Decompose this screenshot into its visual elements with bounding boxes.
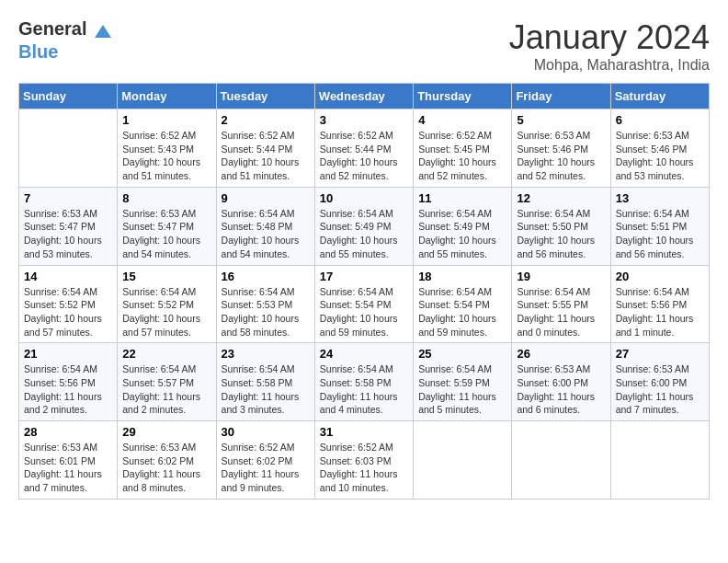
day-info: Sunrise: 6:54 AMSunset: 5:59 PMDaylight:… (418, 362, 506, 417)
day-info: Sunrise: 6:54 AMSunset: 5:58 PMDaylight:… (320, 362, 408, 417)
calendar-cell: 18Sunrise: 6:54 AMSunset: 5:54 PMDayligh… (414, 265, 512, 343)
calendar-cell (19, 109, 118, 188)
calendar-cell: 21Sunrise: 6:54 AMSunset: 5:56 PMDayligh… (19, 343, 118, 421)
day-info: Sunrise: 6:54 AMSunset: 5:52 PMDaylight:… (24, 285, 112, 339)
day-number: 20 (616, 270, 704, 283)
calendar-cell: 5Sunrise: 6:53 AMSunset: 5:46 PMDaylight… (512, 109, 610, 188)
day-number: 1 (122, 113, 210, 127)
day-number: 8 (122, 191, 210, 205)
calendar-cell: 15Sunrise: 6:54 AMSunset: 5:52 PMDayligh… (118, 265, 216, 343)
calendar-cell (512, 421, 610, 500)
day-number: 11 (418, 191, 506, 205)
day-number: 13 (616, 191, 704, 205)
day-info: Sunrise: 6:54 AMSunset: 5:48 PMDaylight:… (222, 207, 310, 261)
day-info: Sunrise: 6:53 AMSunset: 6:02 PMDaylight:… (122, 441, 210, 495)
day-number: 5 (517, 113, 605, 127)
logo-text: General (18, 18, 113, 41)
day-number: 30 (222, 425, 310, 439)
day-info: Sunrise: 6:54 AMSunset: 5:52 PMDaylight:… (122, 285, 210, 339)
day-info: Sunrise: 6:54 AMSunset: 5:50 PMDaylight:… (517, 207, 605, 261)
day-info: Sunrise: 6:52 AMSunset: 6:02 PMDaylight:… (222, 441, 310, 495)
logo-icon (93, 21, 113, 41)
day-number: 28 (24, 425, 112, 439)
header-thursday: Thursday (414, 84, 512, 109)
header-saturday: Saturday (610, 84, 709, 109)
day-number: 29 (122, 425, 210, 439)
location-subtitle: Mohpa, Maharashtra, India (509, 57, 710, 74)
day-number: 17 (320, 270, 408, 283)
day-info: Sunrise: 6:54 AMSunset: 5:54 PMDaylight:… (418, 285, 506, 339)
calendar-cell: 16Sunrise: 6:54 AMSunset: 5:53 PMDayligh… (216, 265, 314, 343)
day-info: Sunrise: 6:52 AMSunset: 5:45 PMDaylight:… (418, 129, 506, 183)
day-info: Sunrise: 6:54 AMSunset: 5:54 PMDaylight:… (320, 285, 408, 339)
day-info: Sunrise: 6:53 AMSunset: 5:47 PMDaylight:… (122, 207, 210, 261)
calendar-cell: 23Sunrise: 6:54 AMSunset: 5:58 PMDayligh… (216, 343, 314, 421)
day-info: Sunrise: 6:53 AMSunset: 6:00 PMDaylight:… (517, 362, 605, 417)
day-info: Sunrise: 6:54 AMSunset: 5:51 PMDaylight:… (616, 207, 704, 261)
day-info: Sunrise: 6:54 AMSunset: 5:49 PMDaylight:… (320, 207, 408, 261)
day-number: 10 (320, 191, 408, 205)
day-number: 26 (517, 347, 605, 361)
day-info: Sunrise: 6:52 AMSunset: 5:44 PMDaylight:… (222, 129, 310, 183)
header-tuesday: Tuesday (216, 84, 314, 109)
day-number: 15 (122, 270, 210, 283)
day-number: 4 (418, 113, 506, 127)
week-row-5: 28Sunrise: 6:53 AMSunset: 6:01 PMDayligh… (19, 421, 710, 500)
calendar-cell: 4Sunrise: 6:52 AMSunset: 5:45 PMDaylight… (414, 109, 512, 188)
week-row-2: 7Sunrise: 6:53 AMSunset: 5:47 PMDaylight… (19, 187, 710, 265)
calendar-cell: 29Sunrise: 6:53 AMSunset: 6:02 PMDayligh… (118, 421, 216, 500)
calendar-cell: 11Sunrise: 6:54 AMSunset: 5:49 PMDayligh… (414, 187, 512, 265)
calendar-cell: 22Sunrise: 6:54 AMSunset: 5:57 PMDayligh… (118, 343, 216, 421)
calendar-cell: 10Sunrise: 6:54 AMSunset: 5:49 PMDayligh… (314, 187, 413, 265)
calendar-cell: 19Sunrise: 6:54 AMSunset: 5:55 PMDayligh… (512, 265, 610, 343)
page-header: General Blue January 2024 Mohpa, Maharas… (18, 18, 710, 74)
calendar-cell: 30Sunrise: 6:52 AMSunset: 6:02 PMDayligh… (216, 421, 314, 500)
calendar-cell: 13Sunrise: 6:54 AMSunset: 5:51 PMDayligh… (610, 187, 709, 265)
day-info: Sunrise: 6:53 AMSunset: 5:46 PMDaylight:… (616, 129, 704, 183)
calendar-cell: 6Sunrise: 6:53 AMSunset: 5:46 PMDaylight… (610, 109, 709, 188)
day-number: 9 (222, 191, 310, 205)
calendar-cell: 28Sunrise: 6:53 AMSunset: 6:01 PMDayligh… (19, 421, 118, 500)
calendar-table: SundayMondayTuesdayWednesdayThursdayFrid… (18, 83, 710, 500)
day-number: 14 (24, 270, 112, 283)
day-number: 2 (222, 113, 310, 127)
day-info: Sunrise: 6:52 AMSunset: 5:44 PMDaylight:… (320, 129, 408, 183)
calendar-cell: 1Sunrise: 6:52 AMSunset: 5:43 PMDaylight… (118, 109, 216, 188)
day-info: Sunrise: 6:52 AMSunset: 6:03 PMDaylight:… (320, 441, 408, 495)
calendar-cell (414, 421, 512, 500)
calendar-cell: 26Sunrise: 6:53 AMSunset: 6:00 PMDayligh… (512, 343, 610, 421)
day-info: Sunrise: 6:54 AMSunset: 5:55 PMDaylight:… (517, 285, 605, 339)
calendar-cell: 24Sunrise: 6:54 AMSunset: 5:58 PMDayligh… (314, 343, 413, 421)
day-number: 21 (24, 347, 112, 361)
month-title: January 2024 (509, 18, 710, 57)
calendar-cell: 27Sunrise: 6:53 AMSunset: 6:00 PMDayligh… (610, 343, 709, 421)
calendar-cell: 31Sunrise: 6:52 AMSunset: 6:03 PMDayligh… (314, 421, 413, 500)
calendar-cell: 12Sunrise: 6:54 AMSunset: 5:50 PMDayligh… (512, 187, 610, 265)
day-number: 6 (616, 113, 704, 127)
day-number: 3 (320, 113, 408, 127)
calendar-cell: 7Sunrise: 6:53 AMSunset: 5:47 PMDaylight… (19, 187, 118, 265)
day-number: 18 (418, 270, 506, 283)
calendar-cell (610, 421, 709, 500)
day-info: Sunrise: 6:53 AMSunset: 5:47 PMDaylight:… (24, 207, 112, 261)
day-info: Sunrise: 6:54 AMSunset: 5:49 PMDaylight:… (418, 207, 506, 261)
day-info: Sunrise: 6:53 AMSunset: 5:46 PMDaylight:… (517, 129, 605, 183)
week-row-4: 21Sunrise: 6:54 AMSunset: 5:56 PMDayligh… (19, 343, 710, 421)
header-friday: Friday (512, 84, 610, 109)
day-info: Sunrise: 6:54 AMSunset: 5:56 PMDaylight:… (616, 285, 704, 339)
calendar-cell: 3Sunrise: 6:52 AMSunset: 5:44 PMDaylight… (314, 109, 413, 188)
day-info: Sunrise: 6:53 AMSunset: 6:01 PMDaylight:… (24, 441, 112, 495)
header-wednesday: Wednesday (314, 84, 413, 109)
day-number: 16 (222, 270, 310, 283)
svg-marker-0 (95, 25, 111, 38)
day-number: 12 (517, 191, 605, 205)
day-info: Sunrise: 6:54 AMSunset: 5:58 PMDaylight:… (222, 362, 310, 417)
calendar-header-row: SundayMondayTuesdayWednesdayThursdayFrid… (19, 84, 710, 109)
logo-blue: Blue (18, 41, 113, 63)
week-row-3: 14Sunrise: 6:54 AMSunset: 5:52 PMDayligh… (19, 265, 710, 343)
day-info: Sunrise: 6:54 AMSunset: 5:56 PMDaylight:… (24, 362, 112, 417)
calendar-cell: 20Sunrise: 6:54 AMSunset: 5:56 PMDayligh… (610, 265, 709, 343)
calendar-cell: 14Sunrise: 6:54 AMSunset: 5:52 PMDayligh… (19, 265, 118, 343)
calendar-cell: 17Sunrise: 6:54 AMSunset: 5:54 PMDayligh… (314, 265, 413, 343)
logo: General Blue (18, 18, 113, 63)
